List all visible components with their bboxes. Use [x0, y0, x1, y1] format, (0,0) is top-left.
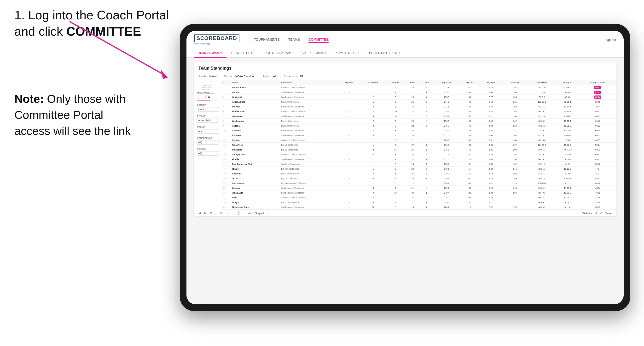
toolbar-copy[interactable]: ⊞: [220, 211, 223, 215]
table-row[interactable]: 17 East Tennessee State Southern Confere…: [222, 162, 616, 167]
table-row[interactable]: 4 Arizona State Pac-12 Conference – 1 8 …: [222, 100, 616, 104]
sub-nav-player-h2h-grid[interactable]: PLAYER H2H GRID: [330, 49, 365, 58]
cell-reg-rank[interactable]: –: [338, 133, 361, 138]
table-row[interactable]: 6 Florida State Atlantic Coast Conferenc…: [222, 109, 616, 114]
table-row[interactable]: 15 Georgia Tech Atlantic Coast Conferenc…: [222, 152, 616, 157]
division-filter-select[interactable]: NCAA Division I: [197, 118, 219, 123]
table-row[interactable]: 13 Texas Tech Big 12 Conference – 1 9 27…: [222, 143, 616, 147]
gender-filter-select[interactable]: Men's: [197, 107, 219, 112]
cell-reg-rank[interactable]: –: [338, 171, 361, 176]
sub-nav-h2h-heatmap[interactable]: TEAM H2H HEATMAP: [258, 49, 295, 58]
table-row[interactable]: 24 Duke Atlantic Coast Conference – 5 9 …: [222, 195, 616, 200]
cell-reg-rank[interactable]: –: [338, 200, 361, 205]
cell-reg-rank[interactable]: –: [338, 157, 361, 162]
cell-reg-rank[interactable]: –: [338, 181, 361, 186]
nav-teams[interactable]: TEAMS: [288, 37, 300, 43]
svg-marker-1: [160, 69, 168, 79]
cell-no-tour: 8: [386, 100, 405, 104]
cell-overall: 203: [502, 95, 528, 100]
conference-filter-select[interactable]: (All): [197, 140, 219, 145]
toolbar-back[interactable]: ◀: [198, 211, 201, 215]
watch-btn[interactable]: Watch ▾: [582, 212, 592, 215]
cell-vs-top25: 23-11-3: [556, 133, 579, 138]
cell-reg-rank[interactable]: –: [338, 90, 361, 95]
cell-reg-rank[interactable]: –: [338, 190, 361, 195]
cell-reg-rank[interactable]: –: [338, 104, 361, 109]
cell-school: Florida State: [231, 109, 280, 114]
table-row[interactable]: 16 Florida Southeastern Conference – 7 9…: [222, 157, 616, 162]
cell-reg-rank[interactable]: –: [338, 162, 361, 167]
table-row[interactable]: 19 California Pac-12 Conference – 4 8 24…: [222, 171, 616, 176]
table-row[interactable]: 9 Arizona Pac-12 Conference – 3 8 22 1 2…: [222, 124, 616, 128]
table-row[interactable]: 3 Vanderbilt Southeastern Conference – 2…: [222, 95, 616, 100]
cell-wins: 3: [420, 133, 434, 138]
table-row[interactable]: 5 Ole Miss Southeastern Conference – 3 6…: [222, 104, 616, 109]
cell-school: Alabama: [231, 128, 280, 133]
toolbar-forward[interactable]: ▶: [204, 211, 206, 215]
toolbar-expand[interactable]: ⤢: [600, 211, 602, 215]
table-row[interactable]: 7 Tennessee Southeastern Conference – 6 …: [222, 114, 616, 119]
table-row[interactable]: 1 North Carolina Atlantic Coast Conferen…: [222, 85, 616, 90]
table-row[interactable]: 2 Auburn Southeastern Conference – 1 9 2…: [222, 90, 616, 95]
cell-rnds: 26: [405, 176, 420, 181]
table-row[interactable]: 25 Oregon Pac-12 Conference – 5 7 21 0 2…: [222, 200, 616, 205]
region-filter-label: Region: [197, 126, 219, 128]
cell-reg-rank[interactable]: –: [338, 114, 361, 119]
cell-overall: 268: [502, 138, 528, 143]
cell-points: 58.94: [579, 143, 616, 147]
sub-nav-h2h-grid[interactable]: TEAM H2H GRID: [226, 49, 258, 58]
cell-reg-rank[interactable]: –: [338, 128, 361, 133]
cell-reg-rank[interactable]: –: [338, 100, 361, 104]
cell-avg-sg: -5.2: [460, 85, 480, 90]
table-row[interactable]: 18 Illinois Big Ten Conference – 1 8 23 …: [222, 167, 616, 171]
table-row[interactable]: 10 Alabama Southeastern Conference – 5 8…: [222, 128, 616, 133]
toolbar-clock[interactable]: 🕐: [236, 211, 240, 215]
region-filter-select[interactable]: N/A: [197, 129, 219, 134]
cell-reg-rank[interactable]: –: [338, 195, 361, 200]
nav-tournaments[interactable]: TOURNAMENTS: [254, 37, 280, 43]
table-row[interactable]: 8 Washington Pac-12 Conference – 2 8 23 …: [222, 119, 616, 124]
cell-points: 38.38: [579, 200, 616, 205]
table-row[interactable]: 21 New Mexico Mountain West Conference –…: [222, 181, 616, 186]
filter-min-input[interactable]: [197, 95, 206, 99]
cell-reg-rank[interactable]: –: [338, 152, 361, 157]
cell-avg-low: 2.11: [480, 114, 502, 119]
filter-region: Region N/A: [197, 126, 219, 134]
sub-nav-player-h2h-heatmap[interactable]: PLAYER H2H HEATMAP: [365, 49, 406, 58]
view-original-btn[interactable]: View: Original: [248, 212, 264, 215]
cell-reg-rank[interactable]: –: [338, 124, 361, 128]
toolbar-reload[interactable]: ↺: [210, 211, 212, 215]
division-value: NCAA Division I: [235, 75, 255, 78]
meta-division: Division: NCAA Division I: [224, 75, 255, 78]
table-row[interactable]: 12 Virginia Atlantic Coast Conference – …: [222, 138, 616, 143]
cell-reg-rank[interactable]: –: [338, 186, 361, 190]
cell-reg-rank[interactable]: –: [338, 119, 361, 124]
school-filter-select[interactable]: (All): [197, 151, 219, 156]
cell-reg-rank[interactable]: –: [338, 205, 361, 210]
sub-nav-player-summary[interactable]: PLAYER SUMMARY: [295, 49, 330, 58]
table-row[interactable]: 22 Georgia Southeastern Conference – 8 7…: [222, 186, 616, 190]
cell-reg-rank[interactable]: –: [338, 176, 361, 181]
cell-reg-rank[interactable]: –: [338, 143, 361, 147]
cell-reg-rank[interactable]: –: [338, 147, 361, 152]
cell-reg-rank[interactable]: –: [338, 167, 361, 171]
cell-reg-rank[interactable]: –: [338, 95, 361, 100]
nav-committee[interactable]: COMMITTEE: [308, 37, 328, 43]
toolbar-more[interactable]: ⋯: [226, 211, 229, 215]
cell-reg-rank[interactable]: –: [338, 138, 361, 143]
sign-out[interactable]: Sign out: [604, 38, 616, 42]
col-conf-rank: Conf Rank: [361, 80, 386, 85]
table-row[interactable]: 14 Oklahoma Big 12 Conference – 2 24 27 …: [222, 147, 616, 152]
table-row[interactable]: 23 Texas A&M Southeastern Conference – 9…: [222, 190, 616, 195]
table-row[interactable]: 20 Texas Big 12 Conference – 3 8 26 0 27…: [222, 176, 616, 181]
table-row[interactable]: 11 Arkansas Southeastern Conference – 6 …: [222, 133, 616, 138]
cell-reg-rank[interactable]: –: [338, 85, 361, 90]
share-btn[interactable]: Share: [605, 212, 612, 215]
cell-reg-rank[interactable]: –: [338, 109, 361, 114]
cell-overall: 264: [502, 109, 528, 114]
cell-points: 48.02: [579, 157, 616, 162]
table-row[interactable]: 26 Mississippi State Southeastern Confer…: [222, 205, 616, 210]
toolbar-download[interactable]: ⬇: [595, 211, 598, 215]
filter-max-input[interactable]: [206, 95, 215, 99]
sub-nav-team-summary[interactable]: TEAM SUMMARY: [194, 49, 226, 58]
